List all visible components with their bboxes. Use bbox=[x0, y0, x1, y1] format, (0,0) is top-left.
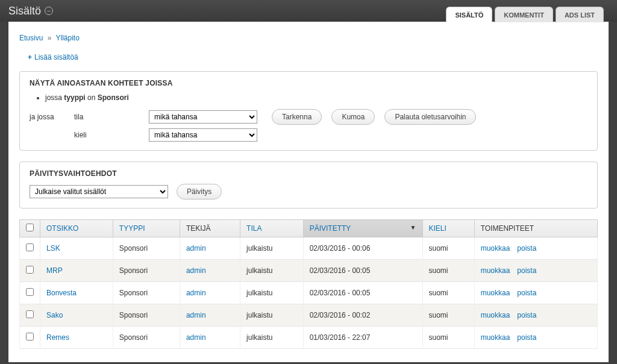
row-lang: suomi bbox=[422, 237, 474, 260]
col-checkbox bbox=[20, 220, 40, 237]
sort-desc-icon: ▼ bbox=[410, 224, 416, 231]
col-state[interactable]: TILA bbox=[240, 220, 304, 237]
filters-panel-title: NÄYTÄ AINOASTAAN KOHTEET JOISSA bbox=[30, 79, 587, 87]
filter-buttons: Tarkenna Kumoa Palauta oletusarvoihin bbox=[272, 109, 587, 125]
row-author-link[interactable]: admin bbox=[186, 266, 206, 275]
row-updated: 02/03/2016 - 00:05 bbox=[303, 282, 422, 304]
row-lang: suomi bbox=[422, 260, 474, 282]
page-title: Sisältö bbox=[8, 5, 41, 17]
row-author-link[interactable]: admin bbox=[186, 289, 206, 297]
add-content-link[interactable]: + Lisää sisältöä bbox=[28, 53, 78, 61]
row-ops: muokkaapoista bbox=[474, 282, 597, 304]
admin-topbar: Sisältö − SISÄLTÖ KOMMENTIT ADS LIST bbox=[0, 0, 617, 22]
delete-link[interactable]: poista bbox=[517, 266, 536, 275]
filter-criteria-line: jossa tyyppi on Sponsori bbox=[45, 93, 587, 102]
filter-grid: ja jossa tila mikä tahansa Tarkenna Kumo… bbox=[30, 109, 587, 142]
edit-link[interactable]: muokkaa bbox=[481, 289, 510, 297]
add-content-label: Lisää sisältöä bbox=[34, 53, 78, 61]
col-title[interactable]: OTSIKKO bbox=[40, 220, 113, 237]
row-checkbox[interactable] bbox=[26, 310, 34, 318]
row-lang: suomi bbox=[422, 282, 474, 304]
table-row: LSKSponsoriadminjulkaistu02/03/2016 - 00… bbox=[20, 237, 598, 260]
row-checkbox[interactable] bbox=[26, 243, 34, 251]
col-type[interactable]: TYYPPI bbox=[113, 220, 180, 237]
row-checkbox[interactable] bbox=[26, 266, 34, 274]
row-state: julkaistu bbox=[240, 237, 304, 260]
row-type: Sponsori bbox=[113, 282, 180, 304]
row-type: Sponsori bbox=[113, 304, 180, 327]
row-lang: suomi bbox=[422, 304, 474, 327]
reset-button[interactable]: Palauta oletusarvoihin bbox=[384, 109, 476, 125]
row-ops: muokkaapoista bbox=[474, 304, 597, 327]
tab-kommentit[interactable]: KOMMENTIT bbox=[495, 7, 553, 22]
content-table: OTSIKKO TYYPPI TEKIJÄ TILA PÄIVITETTY ▼ … bbox=[19, 219, 598, 349]
row-type: Sponsori bbox=[113, 237, 180, 260]
col-ops: TOIMENPITEET bbox=[474, 220, 597, 237]
row-title-link[interactable]: LSK bbox=[46, 244, 60, 253]
row-ops: muokkaapoista bbox=[474, 327, 597, 349]
collapse-icon[interactable]: − bbox=[45, 7, 53, 15]
col-updated[interactable]: PÄIVITETTY ▼ bbox=[303, 220, 422, 237]
delete-link[interactable]: poista bbox=[517, 289, 536, 297]
row-title-link[interactable]: Remes bbox=[46, 333, 69, 342]
breadcrumb-current[interactable]: Ylläpito bbox=[56, 34, 80, 42]
edit-link[interactable]: muokkaa bbox=[481, 244, 510, 253]
primary-tabs: SISÄLTÖ KOMMENTIT ADS LIST bbox=[446, 7, 604, 22]
page-title-bar: Sisältö − bbox=[8, 5, 53, 17]
row-updated: 01/03/2016 - 22:07 bbox=[303, 327, 422, 349]
criteria-value: Sponsori bbox=[98, 93, 129, 102]
filters-panel: NÄYTÄ AINOASTAAN KOHTEET JOISSA jossa ty… bbox=[19, 71, 598, 151]
col-lang[interactable]: KIELI bbox=[422, 220, 474, 237]
tab-ads-list[interactable]: ADS LIST bbox=[556, 7, 604, 22]
edit-link[interactable]: muokkaa bbox=[481, 333, 510, 342]
bulk-panel-title: PÄIVITYSVAIHTOEHDOT bbox=[30, 169, 587, 178]
row-type: Sponsori bbox=[113, 327, 180, 349]
undo-button[interactable]: Kumoa bbox=[331, 109, 375, 125]
row-updated: 02/03/2016 - 00:02 bbox=[303, 304, 422, 327]
criteria-field: tyyppi bbox=[64, 93, 85, 102]
row-author-link[interactable]: admin bbox=[186, 244, 206, 253]
criteria-verb: on bbox=[87, 93, 95, 102]
row-author-link[interactable]: admin bbox=[186, 311, 206, 319]
row-state: julkaistu bbox=[240, 260, 304, 282]
col-author: TEKIJÄ bbox=[180, 220, 240, 237]
row-state: julkaistu bbox=[240, 327, 304, 349]
row-ops: muokkaapoista bbox=[474, 237, 597, 260]
criteria-prefix: jossa bbox=[45, 93, 62, 102]
row-author-link[interactable]: admin bbox=[186, 333, 206, 342]
breadcrumb-home[interactable]: Etusivu bbox=[19, 34, 43, 42]
row-updated: 02/03/2016 - 00:06 bbox=[303, 237, 422, 260]
bulk-action-select[interactable]: Julkaise valitut sisällöt bbox=[30, 185, 168, 198]
row-title-link[interactable]: Sako bbox=[46, 311, 63, 319]
plus-icon: + bbox=[28, 53, 32, 61]
edit-link[interactable]: muokkaa bbox=[481, 311, 510, 319]
row-updated: 02/03/2016 - 00:05 bbox=[303, 260, 422, 282]
tab-sisalto[interactable]: SISÄLTÖ bbox=[446, 7, 492, 22]
row-state: julkaistu bbox=[240, 304, 304, 327]
and-where-label: ja jossa bbox=[30, 113, 66, 121]
refine-button[interactable]: Tarkenna bbox=[272, 109, 322, 125]
filter-state-select[interactable]: mikä tahansa bbox=[149, 110, 257, 124]
row-lang: suomi bbox=[422, 327, 474, 349]
bulk-apply-button[interactable]: Päivitys bbox=[177, 184, 222, 199]
delete-link[interactable]: poista bbox=[517, 244, 536, 253]
edit-link[interactable]: muokkaa bbox=[481, 266, 510, 275]
row-checkbox[interactable] bbox=[26, 333, 34, 340]
row-state: julkaistu bbox=[240, 282, 304, 304]
row-ops: muokkaapoista bbox=[474, 260, 597, 282]
row-checkbox[interactable] bbox=[26, 288, 34, 296]
delete-link[interactable]: poista bbox=[517, 311, 536, 319]
breadcrumb: Etusivu » Ylläpito bbox=[19, 34, 598, 42]
filter-lang-label: kieli bbox=[74, 131, 140, 139]
row-type: Sponsori bbox=[113, 260, 180, 282]
row-title-link[interactable]: MRP bbox=[46, 266, 63, 275]
filter-lang-select[interactable]: mikä tahansa bbox=[149, 128, 257, 142]
row-title-link[interactable]: Bonvesta bbox=[46, 289, 77, 297]
table-row: MRPSponsoriadminjulkaistu02/03/2016 - 00… bbox=[20, 260, 598, 282]
table-row: RemesSponsoriadminjulkaistu01/03/2016 - … bbox=[20, 327, 598, 349]
delete-link[interactable]: poista bbox=[517, 333, 536, 342]
page-body: Etusivu » Ylläpito + Lisää sisältöä NÄYT… bbox=[8, 22, 609, 362]
table-row: SakoSponsoriadminjulkaistu02/03/2016 - 0… bbox=[20, 304, 598, 327]
select-all-checkbox[interactable] bbox=[26, 224, 34, 231]
table-row: BonvestaSponsoriadminjulkaistu02/03/2016… bbox=[20, 282, 598, 304]
